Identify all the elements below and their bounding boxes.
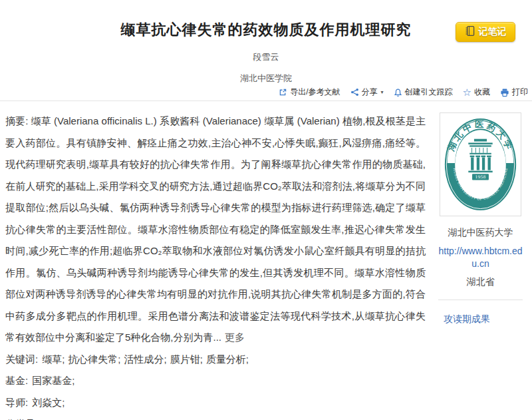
keyword-link[interactable]: 质量分析; [206, 353, 249, 365]
citation-alert-button[interactable]: 创建引文跟踪 [394, 87, 453, 98]
export-icon [279, 88, 287, 97]
abstract-text: 缬草 (Valeriana officinalis L.) 系败酱科 (Vale… [5, 115, 426, 343]
take-notes-label: 记笔记 [479, 26, 507, 38]
keywords-label: 关键词: [5, 353, 38, 365]
header-divider [0, 101, 532, 101]
supervisor-label: 导师: [5, 397, 28, 408]
page-title: 缬草抗心律失常的药效物质及作用机理研究 [0, 0, 532, 40]
share-icon [350, 88, 359, 97]
keywords-row: 关键词:缬草;抗心律失常;活性成分;膜片钳;质量分析; [5, 349, 426, 371]
main-area: 摘要:缬草 (Valeriana officinalis L.) 系败酱科 (V… [5, 110, 527, 420]
keyword-link[interactable]: 缬草; [42, 353, 65, 365]
printer-icon [500, 88, 509, 97]
fund-link[interactable]: 国家基金; [32, 375, 74, 386]
take-notes-button[interactable]: 记笔记 [456, 22, 515, 42]
supervisor-link[interactable]: 刘焱文; [32, 397, 65, 408]
province-name: 湖北省 [434, 276, 527, 288]
bell-icon [394, 88, 402, 97]
sidebar-divider [438, 300, 523, 300]
article-summary: 摘要:缬草 (Valeriana officinalis L.) 系败酱科 (V… [5, 110, 426, 420]
share-button[interactable]: 分享 ▾ [350, 87, 384, 98]
abstract-paragraph: 摘要:缬草 (Valeriana officinalis L.) 系败酱科 (V… [5, 110, 426, 349]
favorite-button[interactable]: ☆ 收藏 [463, 87, 490, 98]
study-achievements-link[interactable]: 攻读期成果 [434, 314, 527, 325]
university-name: 湖北中医药大学 [434, 227, 527, 239]
keyword-link[interactable]: 抗心律失常; [68, 353, 120, 365]
keyword-link[interactable]: 膜片钳; [170, 353, 203, 365]
export-reference-button[interactable]: 导出/参考文献 [279, 87, 340, 98]
university-logo-box: 1958 湖北中医药大学 HUBEI UNIVERSITY OF CHINESE… [440, 112, 521, 216]
abstract-more-link[interactable]: 更多 [225, 331, 245, 343]
author-name: 段雪云 [0, 51, 532, 63]
fund-label: 基金: [5, 375, 28, 386]
university-seal-icon: 1958 湖北中医药大学 HUBEI UNIVERSITY OF CHINESE… [443, 116, 518, 213]
svg-text:1958: 1958 [475, 174, 486, 179]
university-website-link[interactable]: http://www.hbtcm.edu.cn [434, 245, 527, 270]
abstract-label: 摘要: [5, 115, 28, 126]
institution-sidebar: 1958 湖北中医药大学 HUBEI UNIVERSITY OF CHINESE… [434, 110, 527, 420]
print-button[interactable]: 打印 [500, 87, 528, 98]
star-icon: ☆ [463, 89, 471, 97]
chevron-down-icon: ▾ [381, 89, 384, 95]
supervisor-row: 导师:刘焱文; [5, 392, 426, 414]
fund-row: 基金:国家基金; [5, 370, 426, 392]
institution-name: 湖北中医学院 [0, 73, 532, 85]
notebook-icon [465, 25, 475, 39]
article-toolbar: 导出/参考文献 分享 ▾ 创建引文跟踪 ☆ 收藏 [279, 87, 528, 98]
keyword-link[interactable]: 活性成分; [124, 353, 167, 365]
classification-row: 分类号:R285 [5, 413, 426, 420]
